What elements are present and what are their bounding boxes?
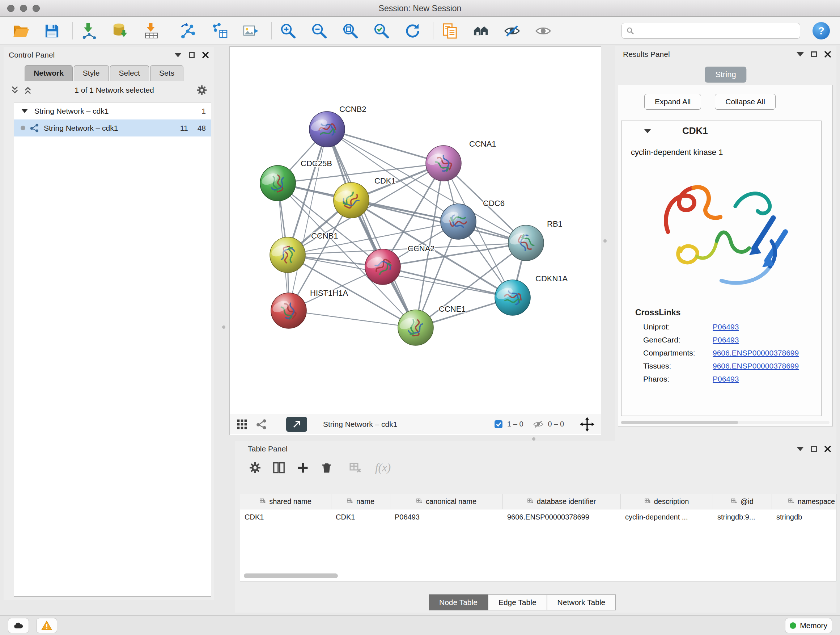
panel-float-icon[interactable] (811, 446, 817, 452)
node-CDC25B[interactable] (260, 165, 295, 201)
node-count: 11 (180, 124, 188, 133)
node-CCNE1[interactable] (398, 310, 433, 345)
edge-CCNB2-CCNE1[interactable] (327, 129, 416, 328)
column-header-database-identifier[interactable]: database identifier (503, 494, 621, 509)
detach-view-button[interactable] (286, 417, 307, 432)
tab-edge-table[interactable]: Edge Table (488, 594, 547, 610)
export-image-button[interactable] (240, 19, 262, 42)
tab-node-table[interactable]: Node Table (429, 594, 488, 610)
gene-header[interactable]: CDK1 (622, 121, 821, 141)
crosslink-link[interactable]: 9606.ENSP00000378699 (713, 348, 799, 357)
save-session-button[interactable] (41, 19, 63, 42)
crosslink-link[interactable]: P06493 (713, 336, 739, 344)
table-horizontal-scrollbar[interactable] (244, 573, 338, 578)
edge-HIST1H1A-CCNE1[interactable] (289, 310, 416, 328)
node-CCNB1[interactable] (270, 237, 305, 272)
node-CCNB2[interactable] (309, 111, 345, 147)
panel-collapse-icon[interactable] (174, 53, 182, 57)
import-table-button[interactable] (140, 19, 163, 42)
tree-expand-icon[interactable] (21, 109, 28, 113)
column-header-shared-name[interactable]: shared name (240, 494, 332, 509)
node-CDK1[interactable] (333, 182, 369, 218)
zoom-fit-button[interactable] (339, 19, 362, 42)
results-scrollbar[interactable] (621, 421, 829, 424)
table-row[interactable]: CDK1CDK1P064939606.ENSP00000378699cyclin… (240, 509, 836, 524)
hidden-eye-icon[interactable] (533, 419, 544, 430)
network-from-table-button[interactable] (208, 19, 231, 42)
tab-string[interactable]: String (705, 67, 746, 82)
crosslink-row: Uniprot:P06493 (622, 320, 821, 333)
crosslink-link[interactable]: P06493 (713, 323, 739, 331)
search-input[interactable] (637, 27, 796, 35)
network-item-row[interactable]: String Network – cdk1 11 48 (14, 119, 211, 136)
expand-all-button[interactable]: Expand All (644, 94, 701, 110)
first-neighbors-button[interactable] (470, 19, 492, 42)
splitter-handle[interactable] (532, 437, 535, 440)
panel-close-icon[interactable] (824, 51, 831, 58)
show-columns-icon[interactable] (272, 461, 286, 474)
help-button[interactable]: ? (813, 22, 830, 40)
import-network-file-button[interactable] (78, 19, 100, 42)
panel-float-icon[interactable] (189, 52, 195, 58)
section-collapse-icon[interactable] (644, 129, 651, 133)
sort-column-icon (347, 499, 353, 505)
tab-style[interactable]: Style (74, 65, 109, 81)
panel-close-icon[interactable] (202, 51, 209, 59)
column-header-description[interactable]: description (621, 494, 713, 509)
panel-collapse-icon[interactable] (797, 447, 804, 451)
node-CCNA1[interactable] (425, 146, 461, 181)
hide-selected-button[interactable] (501, 19, 523, 42)
crosslink-link[interactable]: 9606.ENSP00000378699 (713, 362, 799, 371)
node-CCNA2[interactable] (365, 249, 401, 285)
tab-network[interactable]: Network (25, 65, 73, 81)
node-label-CCNB2: CCNB2 (339, 105, 366, 114)
selected-checkbox-icon[interactable] (494, 420, 503, 429)
search-icon (626, 27, 634, 35)
gear-icon[interactable] (196, 84, 208, 96)
memory-button[interactable]: Memory (785, 618, 832, 633)
add-column-icon[interactable] (296, 461, 309, 474)
delete-column-icon[interactable] (320, 461, 333, 474)
zoom-out-button[interactable] (308, 19, 330, 42)
column-header-name[interactable]: name (332, 494, 390, 509)
tab-network-table[interactable]: Network Table (547, 594, 616, 610)
tab-select[interactable]: Select (110, 65, 149, 81)
cloud-status-button[interactable] (8, 618, 29, 633)
import-network-database-button[interactable] (109, 19, 131, 42)
edge-CCNB2-HIST1H1A[interactable] (289, 129, 327, 310)
panel-float-icon[interactable] (811, 51, 817, 57)
column-header--id[interactable]: @id (713, 494, 772, 509)
collapse-all-button[interactable]: Collapse All (715, 94, 775, 110)
edge-CCNA2-CDKN1A[interactable] (383, 267, 513, 298)
column-header-canonical-name[interactable]: canonical name (390, 494, 503, 509)
pan-move-icon[interactable] (580, 417, 594, 432)
table-settings-gear-icon[interactable] (248, 461, 262, 474)
splitter-handle[interactable] (603, 239, 607, 242)
column-header-namespace[interactable]: namespace (772, 494, 836, 509)
network-thumbnail-icon[interactable] (256, 418, 267, 430)
panel-close-icon[interactable] (824, 445, 831, 453)
new-network-button[interactable] (177, 19, 200, 42)
node-RB1[interactable] (508, 225, 544, 261)
refresh-button[interactable] (401, 19, 424, 42)
open-session-button[interactable] (9, 19, 32, 42)
tab-sets[interactable]: Sets (150, 65, 183, 81)
network-collection-row[interactable]: String Network – cdk1 1 (14, 103, 211, 119)
collapse-all-icon[interactable] (10, 86, 19, 95)
warnings-button[interactable] (36, 618, 57, 633)
splitter-handle[interactable] (222, 325, 225, 329)
annotation-button[interactable] (439, 19, 461, 42)
grid-view-icon[interactable] (236, 418, 248, 430)
node-CDKN1A[interactable] (494, 280, 531, 315)
zoom-selected-button[interactable] (370, 19, 393, 42)
expand-all-icon[interactable] (23, 86, 33, 95)
network-canvas[interactable]: CCNB2CCNA1CDC25BCDK1CDC6RB1CCNB1CCNA2CDK… (230, 47, 601, 414)
node-HIST1H1A[interactable] (271, 293, 306, 328)
zoom-in-button[interactable] (277, 19, 299, 42)
crosslink-link[interactable]: P06493 (713, 375, 739, 383)
panel-collapse-icon[interactable] (797, 52, 804, 57)
network-status-dot (21, 126, 25, 130)
edge-CCNB2-CCNA1[interactable] (327, 129, 444, 163)
show-all-button[interactable] (532, 19, 554, 42)
node-CDC6[interactable] (440, 204, 476, 239)
